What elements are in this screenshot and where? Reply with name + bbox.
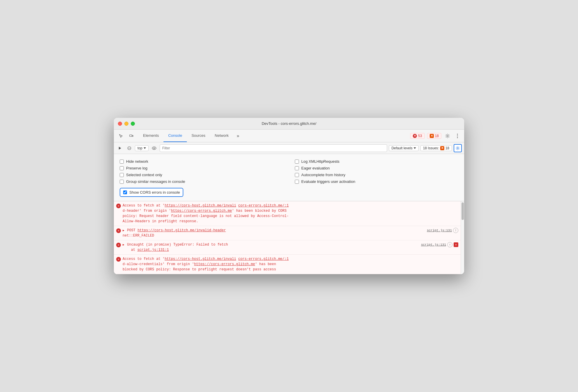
eager-eval-checkbox[interactable] — [295, 166, 299, 170]
console-entry: ✕ Access to fetch at 'https://cors-host.… — [114, 255, 461, 274]
eval-triggers-row: Evaluate triggers user activation — [295, 178, 458, 185]
warning-icon: ✕ — [430, 134, 434, 138]
cors-row: Show CORS errors in console — [120, 188, 183, 197]
source-link[interactable]: script.js:131 — [427, 228, 452, 233]
entry-text: ▶ Uncaught (in promise) TypeError: Faile… — [123, 242, 421, 253]
preserve-log-checkbox[interactable] — [120, 166, 124, 170]
run-script-button[interactable] — [116, 144, 124, 152]
main-toolbar: Elements Console Sources Network » ✕ 53 … — [114, 130, 464, 142]
eye-button[interactable] — [150, 144, 158, 152]
settings-grid: Hide network Preserve log Selected conte… — [120, 158, 458, 185]
link-cors-host-4[interactable]: https://cors-host.glitch.me/invali — [165, 257, 236, 261]
link-cors-host-1[interactable]: https://cors-host.glitch.me/invali — [165, 204, 236, 208]
dismiss-button[interactable]: ✕ — [454, 242, 458, 247]
svg-point-4 — [457, 137, 458, 138]
settings-button[interactable] — [443, 132, 452, 140]
levels-dropdown[interactable]: Default levels — [389, 145, 419, 151]
svg-point-3 — [457, 135, 458, 136]
error-icon: ✕ — [413, 134, 417, 138]
vertical-scrollbar[interactable] — [461, 201, 464, 274]
close-button[interactable] — [118, 122, 122, 126]
title-bar: DevTools - cors-errors.glitch.me/ — [114, 118, 464, 130]
error-count-badge[interactable]: ✕ 53 — [410, 133, 424, 139]
preserve-log-label: Preserve log — [126, 166, 147, 170]
issues-badge[interactable]: 18 Issues: ✕ 18 — [420, 145, 452, 151]
tab-elements[interactable]: Elements — [138, 130, 163, 142]
cors-label: Show CORS errors in console — [129, 190, 180, 195]
upload-icon-button-2[interactable]: ↑ — [447, 242, 452, 247]
hide-network-row: Hide network — [120, 158, 283, 165]
svg-marker-5 — [119, 147, 121, 150]
context-selector[interactable]: top — [135, 145, 149, 151]
link-origin-1[interactable]: https://cors-errors.glitch.me — [171, 209, 232, 213]
console-wrapper: ✕ Access to fetch at 'https://cors-host.… — [114, 201, 464, 274]
error-icon: ✕ — [116, 204, 121, 208]
group-similar-row: Group similar messages in console — [120, 178, 283, 185]
svg-point-8 — [154, 148, 155, 149]
cursor-icon-button[interactable] — [116, 132, 126, 140]
console-entry: ✕ Access to fetch at 'https://cors-host.… — [114, 201, 461, 226]
warning-count-badge[interactable]: ✕ 18 — [427, 133, 441, 139]
autocomplete-label: Autocomplete from history — [301, 173, 345, 177]
devtools-window: DevTools - cors-errors.glitch.me/ Elemen… — [114, 118, 464, 274]
console-toolbar: top Default levels 18 Issues: ✕ 18 — [114, 142, 464, 154]
autocomplete-checkbox[interactable] — [295, 173, 299, 177]
eval-triggers-checkbox[interactable] — [295, 180, 299, 184]
entry-text: Access to fetch at 'https://cors-host.gl… — [123, 203, 289, 224]
link-post[interactable]: https://cors-host.glitch.me/invalid-head… — [137, 228, 226, 232]
settings-left-col: Hide network Preserve log Selected conte… — [120, 158, 283, 185]
settings-panel: Hide network Preserve log Selected conte… — [114, 154, 464, 201]
group-similar-checkbox[interactable] — [120, 180, 124, 184]
issues-icon: ✕ — [440, 146, 444, 150]
upload-icon-button[interactable]: ↑ — [453, 228, 458, 233]
error-icon: ✕ — [116, 257, 121, 262]
eval-triggers-label: Evaluate triggers user activation — [301, 179, 355, 184]
link-cors-errors-1[interactable]: cors-errors.glitch.me/:1 — [238, 204, 289, 208]
tab-network[interactable]: Network — [210, 130, 234, 142]
preserve-log-row: Preserve log — [120, 165, 283, 172]
tab-group: Elements Console Sources Network » — [138, 130, 243, 142]
minimize-button[interactable] — [124, 122, 128, 126]
svg-rect-1 — [132, 135, 133, 136]
error-icon: ✕ — [116, 243, 121, 247]
hide-network-checkbox[interactable] — [120, 160, 124, 164]
link-cors-errors-4[interactable]: cors-errors.glitch.me/:1 — [238, 257, 289, 261]
cors-checkbox[interactable] — [123, 190, 127, 194]
console-output: ✕ Access to fetch at 'https://cors-host.… — [114, 201, 461, 274]
console-settings-button[interactable] — [454, 144, 462, 152]
tab-sources[interactable]: Sources — [187, 130, 210, 142]
log-xhr-label: Log XMLHttpRequests — [301, 159, 340, 164]
log-xhr-row: Log XMLHttpRequests — [295, 158, 458, 165]
filter-input[interactable] — [160, 144, 387, 152]
eager-eval-label: Eager evaluation — [301, 166, 330, 170]
console-entry: ✕ ▶ POST https://cors-host.glitch.me/inv… — [114, 226, 461, 240]
hide-network-label: Hide network — [126, 159, 148, 164]
entry-text: ▶ POST https://cors-host.glitch.me/inval… — [123, 228, 427, 238]
entry-source: script.js:131 ↑ — [427, 228, 458, 233]
traffic-lights — [118, 122, 135, 126]
console-entry: ✕ ▶ Uncaught (in promise) TypeError: Fai… — [114, 240, 461, 255]
device-toggle-button[interactable] — [127, 132, 136, 140]
entry-source: script.js:131 ↑ ✕ — [421, 242, 458, 247]
maximize-button[interactable] — [131, 122, 135, 126]
tab-console[interactable]: Console — [163, 130, 187, 142]
svg-rect-0 — [130, 135, 132, 136]
entry-text: Access to fetch at 'https://cors-host.gl… — [123, 256, 289, 272]
link-script[interactable]: script.js:131:1 — [137, 248, 169, 252]
selected-context-checkbox[interactable] — [120, 173, 124, 177]
window-title: DevTools - cors-errors.glitch.me/ — [262, 121, 316, 126]
autocomplete-row: Autocomplete from history — [295, 172, 458, 178]
source-link-2[interactable]: script.js:131 — [421, 242, 446, 247]
settings-right-col: Log XMLHttpRequests Eager evaluation Aut… — [295, 158, 458, 185]
link-origin-4[interactable]: https://cors-errors.glitch.me — [194, 262, 255, 266]
scroll-thumb[interactable] — [462, 202, 464, 220]
eager-eval-row: Eager evaluation — [295, 165, 458, 172]
svg-point-2 — [457, 134, 458, 134]
more-options-button[interactable] — [453, 132, 462, 140]
selected-context-label: Selected context only — [126, 173, 162, 177]
log-xhr-checkbox[interactable] — [295, 160, 299, 164]
clear-console-button[interactable] — [126, 144, 133, 152]
error-icon: ✕ — [116, 228, 121, 233]
group-similar-label: Group similar messages in console — [126, 179, 185, 184]
more-tabs-button[interactable]: » — [233, 132, 243, 140]
